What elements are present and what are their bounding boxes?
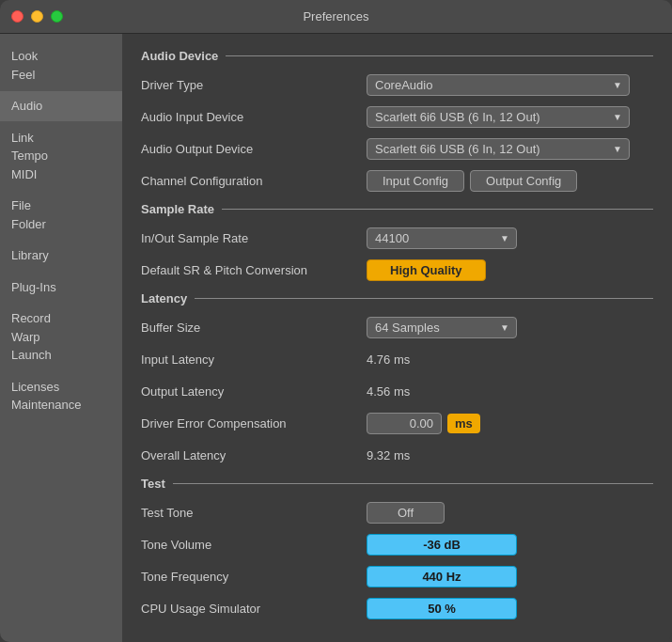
test-tone-control: Off [367,502,653,524]
sidebar-item-audio[interactable]: Audio [0,91,122,121]
driver-error-control: 0.00 ms [367,413,653,434]
test-tone-label: Test Tone [141,506,367,520]
audio-input-label: Audio Input Device [141,110,367,124]
cpu-usage-row: CPU Usage Simulator 50 % [141,596,653,620]
audio-output-control: Scarlett 6i6 USB (6 In, 12 Out) [367,138,653,160]
latency-section-header: Latency [141,291,653,305]
preferences-window: Preferences Look Feel Audio Link Tempo M… [0,0,672,642]
tone-frequency-row: Tone Frequency 440 Hz [141,564,653,588]
input-latency-label: Input Latency [141,352,367,367]
driver-error-unit: ms [447,414,480,433]
audio-output-dropdown-wrapper: Scarlett 6i6 USB (6 In, 12 Out) [367,138,630,160]
minimize-button[interactable] [31,10,43,23]
tone-volume-slider[interactable]: -36 dB [367,534,517,556]
output-latency-label: Output Latency [141,384,367,399]
sidebar-item-look-feel[interactable]: Look Feel [0,41,122,89]
output-latency-value: 4.56 ms [367,384,410,399]
sidebar-item-record-warp-launch[interactable]: Record Warp Launch [0,304,122,370]
driver-type-label: Driver Type [141,78,367,92]
buffer-size-label: Buffer Size [141,321,367,335]
main-content-area: Audio Device Driver Type CoreAudio Audio… [122,34,672,642]
audio-input-row: Audio Input Device Scarlett 6i6 USB (6 I… [141,104,653,129]
tone-frequency-slider[interactable]: 440 Hz [367,566,517,587]
window-title: Preferences [303,9,368,23]
test-tone-button[interactable]: Off [367,502,445,524]
input-config-button[interactable]: Input Config [367,170,464,192]
channel-config-label: Channel Configuration [141,174,367,188]
test-tone-row: Test Tone Off [141,500,653,525]
input-latency-row: Input Latency 4.76 ms [141,347,653,371]
buffer-size-dropdown-wrapper: 64 Samples [367,317,517,338]
audio-output-select[interactable]: Scarlett 6i6 USB (6 In, 12 Out) [367,138,630,160]
tone-frequency-label: Tone Frequency [141,570,367,584]
driver-error-label: Driver Error Compensation [141,416,367,431]
audio-device-section-header: Audio Device [141,49,653,63]
output-latency-row: Output Latency 4.56 ms [141,379,653,403]
input-latency-value: 4.76 ms [367,352,410,367]
title-bar: Preferences [0,0,672,34]
sidebar-item-link-tempo-midi[interactable]: Link Tempo MIDI [0,123,122,190]
sample-rate-dropdown-wrapper: 44100 [367,227,517,249]
audio-output-row: Audio Output Device Scarlett 6i6 USB (6 … [141,136,653,161]
maximize-button[interactable] [51,10,63,23]
driver-error-input[interactable]: 0.00 [367,413,442,434]
overall-latency-row: Overall Latency 9.32 ms [141,443,653,467]
default-sr-row: Default SR & Pitch Conversion High Quali… [141,258,653,282]
overall-latency-value: 9.32 ms [367,448,410,462]
sidebar-item-plug-ins[interactable]: Plug-Ins [0,273,122,303]
sample-rate-select[interactable]: 44100 [367,227,517,249]
driver-type-control: CoreAudio [367,74,653,96]
buffer-size-control: 64 Samples [367,317,653,338]
audio-input-select[interactable]: Scarlett 6i6 USB (6 In, 12 Out) [367,106,630,128]
driver-type-row: Driver Type CoreAudio [141,72,653,97]
sidebar-item-library[interactable]: Library [0,241,122,271]
driver-error-row: Driver Error Compensation 0.00 ms [141,411,653,435]
close-button[interactable] [11,10,23,23]
output-latency-control: 4.56 ms [367,384,653,399]
in-out-rate-label: In/Out Sample Rate [141,231,367,245]
cpu-usage-label: CPU Usage Simulator [141,602,367,616]
in-out-rate-control: 44100 [367,227,653,249]
sample-rate-section-header: Sample Rate [141,202,653,216]
sidebar: Look Feel Audio Link Tempo MIDI File Fol… [0,34,122,642]
overall-latency-control: 9.32 ms [367,448,653,462]
tone-frequency-control: 440 Hz [367,566,653,587]
main-layout: Look Feel Audio Link Tempo MIDI File Fol… [0,34,672,642]
driver-type-select[interactable]: CoreAudio [367,74,630,96]
sidebar-item-licenses-maintenance[interactable]: Licenses Maintenance [0,372,122,420]
traffic-lights [11,10,63,23]
channel-config-control: Input Config Output Config [367,170,653,192]
audio-output-label: Audio Output Device [141,142,367,156]
sidebar-item-file-folder[interactable]: File Folder [0,191,122,239]
high-quality-button[interactable]: High Quality [367,259,486,281]
tone-volume-control: -36 dB [367,534,653,556]
in-out-rate-row: In/Out Sample Rate 44100 [141,226,653,250]
overall-latency-label: Overall Latency [141,448,367,462]
output-config-button[interactable]: Output Config [470,170,577,192]
buffer-size-select[interactable]: 64 Samples [367,317,517,338]
default-sr-label: Default SR & Pitch Conversion [141,263,367,277]
tone-volume-row: Tone Volume -36 dB [141,532,653,556]
input-latency-control: 4.76 ms [367,352,653,367]
tone-volume-label: Tone Volume [141,538,367,552]
buffer-size-row: Buffer Size 64 Samples [141,315,653,339]
channel-config-row: Channel Configuration Input Config Outpu… [141,168,653,193]
default-sr-control: High Quality [367,259,653,281]
audio-input-dropdown-wrapper: Scarlett 6i6 USB (6 In, 12 Out) [367,106,630,128]
driver-type-dropdown-wrapper: CoreAudio [367,74,630,96]
cpu-usage-control: 50 % [367,598,653,619]
cpu-usage-slider[interactable]: 50 % [367,598,517,619]
audio-input-control: Scarlett 6i6 USB (6 In, 12 Out) [367,106,653,128]
test-section-header: Test [141,477,653,491]
